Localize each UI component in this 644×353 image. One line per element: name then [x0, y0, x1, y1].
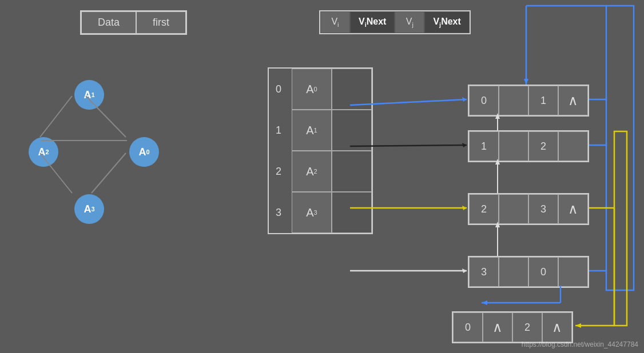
- node-A1: A1: [74, 80, 104, 110]
- vertex-label-0: A0: [292, 69, 332, 110]
- svg-rect-13: [606, 6, 634, 290]
- vertex-row-1: 1 A1: [269, 110, 372, 151]
- en3-ptr1: [499, 257, 528, 287]
- edge-header-vi: Vi: [320, 11, 350, 33]
- vertex-label-3: A3: [292, 192, 332, 233]
- svg-marker-6: [462, 97, 467, 102]
- en3-vjnext: [558, 257, 588, 287]
- vertex-ptr-0: [332, 69, 372, 110]
- vertex-ptr-1: [332, 110, 372, 151]
- vertex-ptr-3: [332, 192, 372, 233]
- en4-vinext: ∧: [483, 312, 512, 342]
- vertex-index-3: 3: [269, 207, 292, 219]
- edge-node-2: 2 3 ∧: [468, 193, 589, 225]
- svg-marker-29: [575, 323, 581, 328]
- svg-marker-32: [524, 79, 528, 85]
- en0-vi: 0: [469, 86, 499, 115]
- edge-node-1: 1 2: [468, 130, 589, 162]
- en2-vjnext: ∧: [558, 194, 588, 224]
- en2-vj: 3: [528, 194, 558, 224]
- svg-marker-10: [462, 206, 467, 210]
- edge-node-4: 0 ∧ 2 ∧: [452, 311, 573, 343]
- node-A2: A2: [29, 137, 58, 167]
- svg-marker-8: [462, 143, 467, 147]
- edge-header-vj: Vj: [395, 11, 424, 33]
- header-table: Data first: [80, 10, 187, 35]
- en2-vi: 2: [469, 194, 499, 224]
- vertex-index-0: 0: [269, 83, 292, 95]
- header-data: Data: [81, 11, 136, 34]
- vertex-row-0: 0 A0: [269, 69, 372, 110]
- en0-vj: 1: [528, 86, 558, 115]
- edge-node-3: 3 0: [468, 256, 589, 288]
- en1-vjnext: [558, 131, 588, 161]
- node-A0: A0: [129, 137, 159, 167]
- vertex-row-3: 3 A3: [269, 192, 372, 233]
- en1-ptr1: [499, 131, 528, 161]
- svg-marker-12: [462, 268, 467, 273]
- edge-header-vinext: ViNext: [350, 11, 395, 33]
- header-first: first: [136, 11, 186, 34]
- edge-node-0: 0 1 ∧: [468, 85, 589, 117]
- svg-rect-14: [614, 131, 627, 326]
- edge-header-vjnext: VjNext: [424, 11, 469, 33]
- en0-ptr1: [499, 86, 528, 115]
- en1-vj: 2: [528, 131, 558, 161]
- en3-vj: 0: [528, 257, 558, 287]
- edge-header: Vi ViNext Vj VjNext: [319, 10, 471, 34]
- svg-marker-25: [482, 300, 487, 305]
- vertex-index-2: 2: [269, 166, 292, 178]
- vertex-table: 0 A0 1 A1 2 A2 3 A3: [268, 67, 373, 234]
- vertex-label-2: A2: [292, 151, 332, 192]
- watermark: https://blog.csdn.net/weixin_44247784: [522, 340, 638, 348]
- vertex-label-1: A1: [292, 110, 332, 151]
- vertex-index-1: 1: [269, 125, 292, 137]
- en4-vjnext: ∧: [542, 312, 572, 342]
- en4-vj: 2: [512, 312, 542, 342]
- en2-ptr1: [499, 194, 528, 224]
- graph-area: A1 A2 A0 A3: [17, 69, 177, 251]
- en1-vi: 1: [469, 131, 499, 161]
- en0-vjnext: ∧: [558, 86, 588, 115]
- node-A3: A3: [74, 194, 104, 224]
- en3-vi: 3: [469, 257, 499, 287]
- vertex-ptr-2: [332, 151, 372, 192]
- vertex-row-2: 2 A2: [269, 151, 372, 192]
- en4-vi: 0: [453, 312, 483, 342]
